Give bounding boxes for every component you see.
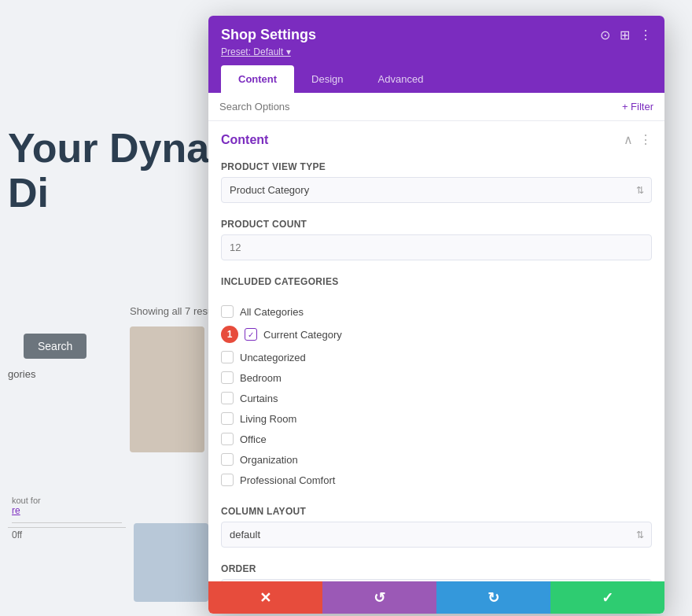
checkbox-organization-label: Organization bbox=[240, 454, 298, 466]
checkbox-curtains-box bbox=[221, 392, 234, 404]
checkbox-living-room-box bbox=[221, 412, 234, 425]
content-section-header: Content ∧ ⋮ bbox=[208, 121, 664, 155]
column-layout-wrapper: default 1 Column 2 Columns 3 Columns 4 C… bbox=[221, 522, 652, 548]
checkbox-living-room-label: Living Room bbox=[240, 413, 296, 425]
column-layout-field: Column Layout default 1 Column 2 Columns… bbox=[208, 500, 664, 557]
checkbox-uncategorized-box bbox=[221, 351, 234, 363]
tab-advanced[interactable]: Advanced bbox=[361, 65, 441, 93]
settings-panel: Shop Settings ⊙ ⊞ ⋮ Preset: Default ▾ Co… bbox=[208, 16, 664, 614]
included-categories-field: Included Categories bbox=[208, 270, 664, 301]
panel-tabs: Content Design Advanced bbox=[221, 65, 652, 93]
checkbox-uncategorized-label: Uncategorized bbox=[240, 352, 306, 363]
section-controls: ∧ ⋮ bbox=[624, 132, 652, 147]
product-view-type-field: Product View Type Product Category All P… bbox=[208, 155, 664, 212]
filter-button[interactable]: + Filter bbox=[622, 101, 653, 113]
bg-divider bbox=[8, 527, 126, 528]
target-icon[interactable]: ⊙ bbox=[600, 28, 610, 42]
panel-title: Shop Settings bbox=[221, 27, 316, 43]
redo-button[interactable]: ↻ bbox=[436, 581, 550, 614]
column-layout-label: Column Layout bbox=[221, 506, 652, 517]
bg-categories-label: gories bbox=[0, 368, 35, 380]
checkbox-all-label: All Categories bbox=[240, 306, 304, 318]
panel-title-row: Shop Settings ⊙ ⊞ ⋮ bbox=[221, 27, 652, 43]
bg-search-button[interactable]: Search bbox=[12, 326, 86, 359]
checkbox-bedroom[interactable]: Bedroom bbox=[221, 367, 652, 388]
search-bar: + Filter bbox=[208, 93, 664, 121]
section-more-icon[interactable]: ⋮ bbox=[639, 132, 652, 147]
order-select[interactable]: Sort by Menu Order Sort by Date Sort by … bbox=[221, 579, 652, 581]
tab-design[interactable]: Design bbox=[294, 65, 360, 93]
checkbox-curtains-label: Curtains bbox=[240, 393, 278, 404]
search-options-input[interactable] bbox=[219, 101, 616, 113]
checkbox-office-box bbox=[221, 433, 234, 445]
checkbox-professional-comfort-box bbox=[221, 474, 234, 486]
order-field: Order Sort by Menu Order Sort by Date So… bbox=[208, 557, 664, 581]
panel-body: Content ∧ ⋮ Product View Type Product Ca… bbox=[208, 121, 664, 581]
product-count-input[interactable] bbox=[221, 234, 652, 260]
bg-heading: Your Dynar Di bbox=[0, 126, 225, 216]
save-button[interactable]: ✓ bbox=[550, 581, 664, 614]
column-layout-select[interactable]: default 1 Column 2 Columns 3 Columns 4 C… bbox=[221, 522, 652, 548]
categories-checkbox-group: All Categories 1 ✓ Current Category Unca… bbox=[208, 301, 664, 500]
checkbox-current-label: Current Category bbox=[263, 329, 342, 341]
product-count-field: Product Count bbox=[208, 212, 664, 270]
tab-content[interactable]: Content bbox=[221, 65, 294, 93]
checkbox-current-box: ✓ bbox=[245, 328, 257, 341]
checkbox-bedroom-box bbox=[221, 371, 234, 384]
product-count-label: Product Count bbox=[221, 219, 652, 230]
cancel-button[interactable]: ✕ bbox=[208, 581, 322, 614]
order-wrapper: Sort by Menu Order Sort by Date Sort by … bbox=[221, 579, 652, 581]
checkbox-all-box bbox=[221, 305, 234, 318]
checkbox-all-categories[interactable]: All Categories bbox=[221, 301, 652, 322]
undo-button[interactable]: ↺ bbox=[322, 581, 436, 614]
bg-product-image-1 bbox=[130, 326, 204, 452]
product-view-type-wrapper: Product Category All Products Featured P… bbox=[221, 177, 652, 203]
more-icon[interactable]: ⋮ bbox=[639, 28, 652, 42]
included-categories-label: Included Categories bbox=[221, 276, 652, 287]
checkbox-office[interactable]: Office bbox=[221, 429, 652, 449]
bg-product-grid bbox=[130, 326, 204, 452]
product-view-type-select[interactable]: Product Category All Products Featured P… bbox=[221, 177, 652, 203]
layout-icon[interactable]: ⊞ bbox=[620, 28, 630, 42]
panel-header-icons: ⊙ ⊞ ⋮ bbox=[600, 28, 652, 42]
panel-preset[interactable]: Preset: Default ▾ bbox=[221, 46, 652, 57]
panel-header: Shop Settings ⊙ ⊞ ⋮ Preset: Default ▾ Co… bbox=[208, 16, 664, 93]
panel-footer: ✕ ↺ ↻ ✓ bbox=[208, 581, 664, 614]
checkbox-organization-box bbox=[221, 453, 234, 466]
checkbox-bedroom-label: Bedroom bbox=[240, 372, 282, 384]
order-label: Order bbox=[221, 563, 652, 574]
checkbox-office-label: Office bbox=[240, 433, 267, 445]
badge-1: 1 bbox=[221, 326, 238, 343]
checkbox-current-category[interactable]: 1 ✓ Current Category bbox=[221, 322, 652, 347]
checkbox-curtains[interactable]: Curtains bbox=[221, 388, 652, 408]
bg-cart-area: kout for re 0ff bbox=[0, 488, 130, 548]
checkbox-professional-comfort-label: Professional Comfort bbox=[240, 474, 335, 486]
content-section-title: Content bbox=[221, 133, 268, 147]
checkbox-professional-comfort[interactable]: Professional Comfort bbox=[221, 470, 652, 490]
checkbox-organization[interactable]: Organization bbox=[221, 449, 652, 470]
bg-product-image-2 bbox=[134, 515, 208, 602]
checkbox-uncategorized[interactable]: Uncategorized bbox=[221, 347, 652, 367]
product-view-type-label: Product View Type bbox=[221, 161, 652, 172]
collapse-icon[interactable]: ∧ bbox=[624, 132, 633, 147]
checkbox-living-room[interactable]: Living Room bbox=[221, 408, 652, 429]
